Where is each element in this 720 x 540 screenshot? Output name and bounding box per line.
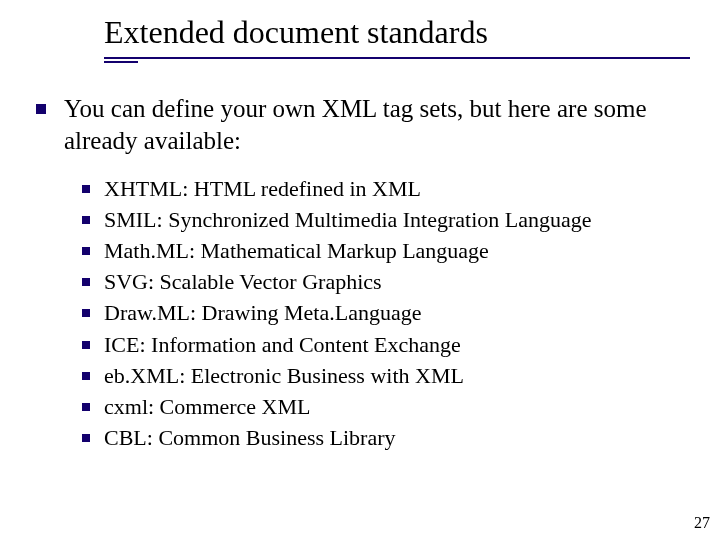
square-bullet-icon bbox=[82, 216, 90, 224]
intro-item: You can define your own XML tag sets, bu… bbox=[36, 93, 690, 157]
list-item: cxml: Commerce XML bbox=[82, 393, 690, 421]
title-underline bbox=[104, 57, 690, 59]
slide: Extended document standards You can defi… bbox=[0, 0, 720, 540]
title-block: Extended document standards bbox=[30, 14, 690, 63]
square-bullet-icon bbox=[82, 372, 90, 380]
list-item-text: ICE: Information and Content Exchange bbox=[104, 331, 461, 359]
title-underline-tick bbox=[104, 61, 138, 63]
square-bullet-icon bbox=[82, 185, 90, 193]
list-item-text: Math.ML: Mathematical Markup Language bbox=[104, 237, 489, 265]
square-bullet-icon bbox=[82, 247, 90, 255]
sublist: XHTML: HTML redefined in XML SMIL: Synch… bbox=[36, 175, 690, 452]
list-item-text: cxml: Commerce XML bbox=[104, 393, 311, 421]
list-item-text: eb.XML: Electronic Business with XML bbox=[104, 362, 464, 390]
slide-title: Extended document standards bbox=[104, 14, 690, 51]
square-bullet-icon bbox=[36, 104, 46, 114]
list-item: Math.ML: Mathematical Markup Language bbox=[82, 237, 690, 265]
square-bullet-icon bbox=[82, 403, 90, 411]
list-item-text: Draw.ML: Drawing Meta.Language bbox=[104, 299, 421, 327]
list-item-text: CBL: Common Business Library bbox=[104, 424, 396, 452]
list-item: SMIL: Synchronized Multimedia Integratio… bbox=[82, 206, 690, 234]
list-item: CBL: Common Business Library bbox=[82, 424, 690, 452]
square-bullet-icon bbox=[82, 341, 90, 349]
list-item-text: SVG: Scalable Vector Graphics bbox=[104, 268, 382, 296]
list-item: ICE: Information and Content Exchange bbox=[82, 331, 690, 359]
square-bullet-icon bbox=[82, 309, 90, 317]
list-item-text: SMIL: Synchronized Multimedia Integratio… bbox=[104, 206, 592, 234]
slide-body: You can define your own XML tag sets, bu… bbox=[30, 93, 690, 452]
list-item-text: XHTML: HTML redefined in XML bbox=[104, 175, 421, 203]
square-bullet-icon bbox=[82, 434, 90, 442]
intro-text: You can define your own XML tag sets, bu… bbox=[64, 93, 690, 157]
page-number: 27 bbox=[694, 514, 710, 532]
list-item: Draw.ML: Drawing Meta.Language bbox=[82, 299, 690, 327]
list-item: eb.XML: Electronic Business with XML bbox=[82, 362, 690, 390]
list-item: SVG: Scalable Vector Graphics bbox=[82, 268, 690, 296]
square-bullet-icon bbox=[82, 278, 90, 286]
list-item: XHTML: HTML redefined in XML bbox=[82, 175, 690, 203]
